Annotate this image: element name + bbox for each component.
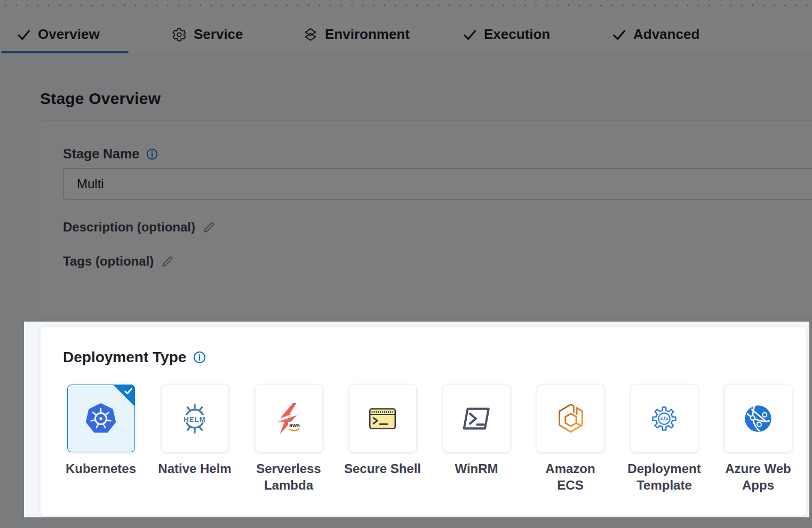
- description-label: Description (optional): [63, 220, 195, 235]
- tab-label: Advanced: [633, 26, 699, 43]
- stage-name-label: Stage Name: [63, 146, 139, 162]
- tab-service[interactable]: Service: [172, 16, 243, 53]
- deployment-card-serverless-lambda[interactable]: aws: [255, 385, 323, 452]
- terminal-window-icon: [366, 402, 399, 435]
- stage-name-label-row: Stage Name: [63, 146, 158, 162]
- tab-execution[interactable]: Execution: [462, 16, 550, 53]
- svg-text:HELM: HELM: [184, 415, 206, 423]
- check-icon: [462, 27, 477, 42]
- deployment-card-deployment-template[interactable]: </>: [631, 385, 698, 452]
- tab-advanced[interactable]: Advanced: [611, 16, 699, 53]
- info-icon[interactable]: [193, 350, 206, 364]
- canvas-dots-background: [0, 0, 812, 16]
- deployment-type-heading-row: Deployment Type: [63, 349, 206, 366]
- deployment-option-label: Azure Web Apps: [725, 460, 791, 493]
- deployment-option-label: Deployment Template: [627, 460, 700, 493]
- deployment-option-amazon-ecs: Amazon ECS: [523, 385, 617, 493]
- svg-text:aws: aws: [289, 422, 300, 428]
- helm-icon: HELM: [178, 402, 211, 435]
- page-title: Stage Overview: [40, 90, 161, 108]
- deployment-card-amazon-ecs[interactable]: [537, 385, 604, 452]
- tab-label: Environment: [325, 26, 410, 43]
- tab-label: Overview: [38, 26, 100, 43]
- gear-icon: [172, 27, 187, 42]
- deployment-card-winrm[interactable]: [443, 385, 511, 452]
- svg-text:</>: </>: [660, 415, 668, 421]
- azure-globe-icon: [742, 402, 775, 435]
- stage-overview-card: Stage Name Description (optional) Tags (…: [39, 120, 812, 317]
- deployment-option-label: Amazon ECS: [545, 460, 595, 493]
- deployment-type-panel: Deployment Type: [40, 326, 807, 516]
- deployment-option-deployment-template: </> Deployment Template: [617, 385, 711, 493]
- deployment-card-native-helm[interactable]: HELM: [161, 385, 229, 452]
- deployment-options-row: Kubernetes: [54, 385, 805, 493]
- deployment-option-label: Native Helm: [158, 460, 231, 477]
- powershell-icon: [460, 402, 493, 435]
- deployment-type-title: Deployment Type: [63, 349, 186, 366]
- info-icon[interactable]: [146, 148, 158, 161]
- deployment-card-azure-web-apps[interactable]: [725, 385, 792, 452]
- deployment-option-label: Secure Shell: [344, 460, 421, 477]
- serverless-aws-lambda-icon: aws: [272, 402, 305, 435]
- check-icon: [16, 27, 31, 42]
- deployment-option-winrm: WinRM: [429, 385, 523, 493]
- kubernetes-icon: [84, 402, 117, 435]
- deployment-card-kubernetes[interactable]: [67, 385, 135, 452]
- deployment-option-native-helm: HELM Native Helm: [148, 385, 242, 493]
- description-label-row: Description (optional): [63, 220, 216, 235]
- stage-tabbar: Overview Service Environment Execution A…: [0, 16, 812, 53]
- deployment-option-secure-shell: Secure Shell: [336, 385, 429, 493]
- deployment-option-kubernetes: Kubernetes: [54, 385, 148, 493]
- amazon-ecs-icon: [554, 402, 587, 435]
- tab-environment[interactable]: Environment: [303, 16, 410, 53]
- deployment-option-label: WinRM: [455, 460, 498, 477]
- tab-label: Service: [194, 26, 243, 43]
- tags-label: Tags (optional): [63, 254, 154, 269]
- deployment-option-serverless-lambda: aws Serverless Lambda: [242, 385, 336, 493]
- layers-icon: [303, 27, 318, 42]
- selected-check-icon: [123, 386, 133, 396]
- edit-pencil-icon[interactable]: [202, 220, 216, 235]
- gear-code-icon: </>: [648, 402, 681, 435]
- deployment-option-label: Serverless Lambda: [256, 460, 321, 493]
- tab-overview[interactable]: Overview: [16, 16, 100, 53]
- deployment-option-label: Kubernetes: [66, 460, 136, 477]
- tags-label-row: Tags (optional): [63, 254, 174, 269]
- deployment-option-azure-web-apps: Azure Web Apps: [711, 385, 805, 493]
- pipeline-stage-overview-screen: Overview Service Environment Execution A…: [0, 0, 812, 528]
- check-icon: [611, 27, 626, 42]
- deployment-card-secure-shell[interactable]: [349, 385, 417, 452]
- edit-pencil-icon[interactable]: [160, 254, 174, 269]
- tab-label: Execution: [484, 26, 550, 43]
- stage-name-input[interactable]: [63, 168, 812, 199]
